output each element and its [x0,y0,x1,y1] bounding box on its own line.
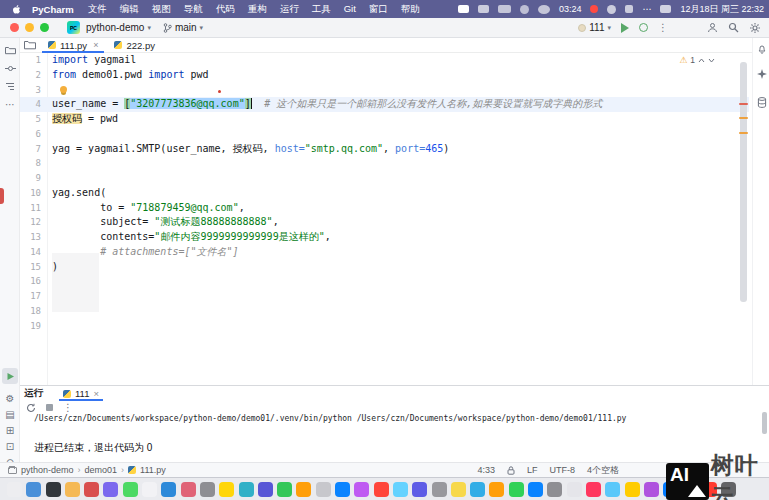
code-editor[interactable]: 1import yagmail2from demo01.pwd import p… [20,53,749,385]
menu-item-文件[interactable]: 文件 [88,3,107,16]
run-panel-title[interactable]: 运行 [24,387,43,400]
git-branch-selector[interactable]: main▾ [163,22,203,33]
breadcrumb-item-python-demo[interactable]: python-demo [21,465,74,475]
dock-app-icon-15[interactable] [277,482,292,497]
dock-app-icon-19[interactable] [354,482,369,497]
breadcrumb-item-111.py[interactable]: 111.py [140,465,166,475]
sparkle-icon[interactable] [520,5,529,14]
dock-app-icon-3[interactable] [46,482,61,497]
dock-app-icon-27[interactable] [509,482,524,497]
breadcrumb-item-demo01[interactable]: demo01 [85,465,118,475]
line-number[interactable]: 19 [20,319,41,334]
commit-tool-icon[interactable] [0,60,20,76]
dock-app-icon-25[interactable] [470,482,485,497]
line-separator[interactable]: LF [527,465,538,475]
debug-button[interactable] [639,23,648,32]
project-selector[interactable]: python-demo▾ [86,22,151,33]
prev-warning-icon[interactable] [698,58,705,63]
settings-gear-icon[interactable] [749,22,761,34]
run-tab[interactable]: 111 × [57,386,105,401]
input-method-icon[interactable] [660,5,671,13]
dock-app-icon-20[interactable] [374,482,389,497]
dock-app-icon-13[interactable] [239,482,254,497]
services-tool-icon[interactable]: ⚙ [0,390,20,406]
line-number[interactable]: 15 [20,260,41,275]
dock-app-icon-30[interactable] [567,482,582,497]
editor-tab-111.py[interactable]: 111.py× [40,38,106,52]
run-config-selector[interactable]: 111▾ [578,22,611,33]
line-number[interactable]: 16 [20,274,41,289]
minimize-window-button[interactable] [25,23,34,32]
dock-app-icon-10[interactable] [181,482,196,497]
dock-app-icon-33[interactable] [625,482,640,497]
recording-stop-icon[interactable] [590,5,598,13]
next-warning-icon[interactable] [708,58,715,63]
line-number[interactable]: 17 [20,289,41,304]
indent-setting[interactable]: 4个空格 [587,464,619,477]
python-console-tool-icon[interactable]: ⊞ [0,422,20,438]
editor-scrollbar[interactable] [740,62,747,302]
more-status-icon[interactable]: ⋯ [642,4,651,14]
notifications-bell-icon[interactable] [753,41,769,57]
dock-app-icon-8[interactable] [142,482,157,497]
user-account-icon[interactable] [707,22,718,33]
line-number[interactable]: 13 [20,230,41,245]
dock-app-icon-16[interactable] [296,482,311,497]
dock-app-icon-17[interactable] [316,482,331,497]
dock-app-icon-9[interactable] [161,482,176,497]
menu-item-运行[interactable]: 运行 [280,3,299,16]
project-tool-icon[interactable] [0,42,20,58]
close-window-button[interactable] [10,23,19,32]
dock-app-icon-14[interactable] [258,482,273,497]
dock-app-icon-23[interactable] [432,482,447,497]
file-encoding[interactable]: UTF-8 [549,465,575,475]
run-more-options[interactable]: ⋮ [63,402,74,413]
rerun-button[interactable] [26,403,36,413]
console-command-line[interactable]: /Users/czn/Documents/workspace/python-de… [34,414,755,423]
lock-icon[interactable] [507,466,515,475]
app-a-icon[interactable] [607,5,616,14]
line-number[interactable]: 4 [20,97,41,112]
line-number[interactable]: 1 [20,53,41,68]
dock-app-icon-28[interactable] [528,482,543,497]
dock-app-icon-34[interactable] [644,482,659,497]
python-packages-tool-icon[interactable]: ▤ [0,406,20,422]
menu-item-帮助[interactable]: 帮助 [401,3,420,16]
dock-app-icon-29[interactable] [547,482,562,497]
line-number[interactable]: 11 [20,201,41,216]
menubar-app-name[interactable]: PyCharm [32,4,74,15]
dock-app-icon-7[interactable] [123,482,138,497]
run-button[interactable] [621,23,629,33]
line-number[interactable]: 10 [20,186,41,201]
dock-app-icon-5[interactable] [84,482,99,497]
line-number[interactable]: 12 [20,215,41,230]
tabbar-folder-icon[interactable] [20,38,40,52]
more-tool-windows-icon[interactable]: ⋯ [0,96,20,112]
close-tab-icon[interactable]: × [93,40,98,50]
dock-app-icon-22[interactable] [412,482,427,497]
line-number[interactable]: 3 [20,83,41,98]
cursor-position[interactable]: 4:33 [477,465,495,475]
dock-app-icon-2[interactable] [26,482,41,497]
terminal-tool-icon[interactable]: ⊡ [0,438,20,454]
intention-bulb-icon[interactable] [60,86,67,93]
menu-item-重构[interactable]: 重构 [248,3,267,16]
line-number[interactable]: 2 [20,68,41,83]
menu-item-Git[interactable]: Git [344,3,356,16]
dock-app-icon-24[interactable] [451,482,466,497]
zoom-window-button[interactable] [40,23,49,32]
menu-item-代码[interactable]: 代码 [216,3,235,16]
dock-app-icon-21[interactable] [393,482,408,497]
menu-item-窗口[interactable]: 窗口 [369,3,388,16]
apple-logo-icon[interactable] [12,4,22,15]
editor-tab-222.py[interactable]: 222.py [106,38,163,52]
stop-button[interactable] [46,404,53,411]
dock-app-icon-11[interactable] [200,482,215,497]
database-icon[interactable] [753,94,769,110]
menu-item-工具[interactable]: 工具 [312,3,331,16]
dock-app-icon-26[interactable] [489,482,504,497]
menubar-datetime[interactable]: 12月18日 周三 22:32 [680,3,764,16]
ai-assistant-icon[interactable] [753,66,769,82]
dock-app-icon-32[interactable] [605,482,620,497]
run-tool-icon[interactable] [2,368,18,384]
